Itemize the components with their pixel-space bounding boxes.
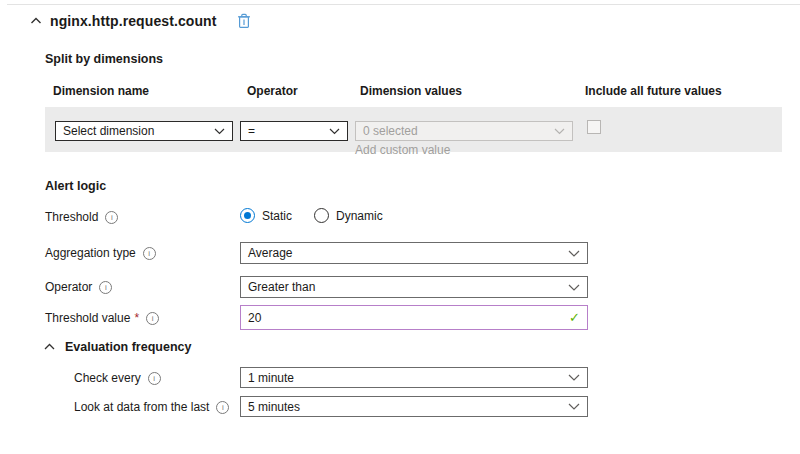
threshold-value-input[interactable] — [248, 311, 569, 325]
operator-label-row: Operator i — [45, 280, 112, 294]
top-divider — [7, 4, 800, 5]
radio-dynamic[interactable]: Dynamic — [314, 208, 383, 223]
operator-dropdown[interactable]: Greater than — [240, 276, 588, 298]
threshold-value-label-row: Threshold value * i — [45, 311, 159, 325]
operator-label: Operator — [45, 280, 92, 294]
split-by-dimensions-title: Split by dimensions — [45, 52, 163, 66]
evaluation-frequency-header: Evaluation frequency — [44, 340, 191, 354]
dimension-operator-dropdown-value: = — [248, 124, 255, 138]
required-asterisk: * — [134, 311, 139, 325]
radio-dynamic-label: Dynamic — [336, 209, 383, 223]
col-header-dimension-name: Dimension name — [53, 84, 149, 98]
trash-icon — [237, 13, 251, 29]
add-custom-value-link[interactable]: Add custom value — [355, 143, 450, 157]
info-icon[interactable]: i — [148, 372, 161, 385]
info-icon[interactable]: i — [105, 211, 118, 224]
aggregation-label-row: Aggregation type i — [45, 246, 156, 260]
aggregation-type-dropdown[interactable]: Average — [240, 242, 588, 264]
check-every-dropdown-value: 1 minute — [248, 371, 294, 385]
radio-circle-icon — [240, 208, 255, 223]
info-icon[interactable]: i — [99, 281, 112, 294]
dimension-name-dropdown-value: Select dimension — [63, 124, 154, 138]
aggregation-type-dropdown-value: Average — [248, 246, 292, 260]
info-icon[interactable]: i — [143, 247, 156, 260]
chevron-down-icon — [568, 374, 580, 381]
chevron-down-icon — [214, 128, 225, 135]
col-header-dimension-values: Dimension values — [360, 84, 462, 98]
chevron-down-icon — [568, 250, 580, 257]
col-header-operator: Operator — [247, 84, 298, 98]
radio-static-label: Static — [262, 209, 292, 223]
aggregation-type-label: Aggregation type — [45, 246, 136, 260]
dimension-operator-dropdown[interactable]: = — [240, 121, 348, 141]
radio-static[interactable]: Static — [240, 208, 292, 223]
threshold-value-label: Threshold value — [45, 311, 130, 325]
signal-header: nginx.http.request.count — [30, 13, 251, 29]
lookback-dropdown[interactable]: 5 minutes — [240, 396, 588, 417]
lookback-dropdown-value: 5 minutes — [248, 400, 300, 414]
lookback-label: Look at data from the last — [74, 400, 209, 414]
evaluation-frequency-title: Evaluation frequency — [65, 340, 191, 354]
check-every-label: Check every — [74, 371, 141, 385]
dimension-name-dropdown[interactable]: Select dimension — [55, 121, 233, 141]
info-icon[interactable]: i — [216, 401, 229, 414]
operator-dropdown-value: Greater than — [248, 280, 315, 294]
dimension-row: Select dimension = 0 selected Add custom… — [45, 107, 782, 152]
lookback-label-row: Look at data from the last i — [74, 400, 229, 414]
collapse-chevron-icon[interactable] — [30, 15, 42, 27]
threshold-type-radio-group: Static Dynamic — [240, 208, 588, 223]
threshold-value-field: ✓ — [240, 305, 588, 330]
valid-check-icon: ✓ — [569, 311, 580, 324]
include-future-values-checkbox[interactable] — [587, 120, 601, 134]
delete-condition-button[interactable] — [237, 13, 251, 29]
dimension-values-dropdown-value: 0 selected — [363, 124, 418, 138]
threshold-label: Threshold — [45, 210, 98, 224]
info-icon[interactable]: i — [146, 312, 159, 325]
dimension-values-dropdown[interactable]: 0 selected — [355, 121, 573, 141]
signal-title: nginx.http.request.count — [50, 13, 217, 29]
collapse-chevron-icon[interactable] — [44, 343, 55, 351]
chevron-down-icon — [554, 128, 565, 135]
chevron-down-icon — [329, 128, 340, 135]
check-every-dropdown[interactable]: 1 minute — [240, 367, 588, 388]
check-every-label-row: Check every i — [74, 371, 161, 385]
alert-condition-panel: nginx.http.request.count Split by dimens… — [0, 0, 800, 454]
radio-circle-icon — [314, 208, 329, 223]
alert-logic-title: Alert logic — [45, 179, 106, 193]
col-header-include-future-values: Include all future values — [585, 84, 722, 98]
chevron-down-icon — [568, 403, 580, 410]
threshold-label-row: Threshold i — [45, 210, 118, 224]
chevron-down-icon — [568, 284, 580, 291]
